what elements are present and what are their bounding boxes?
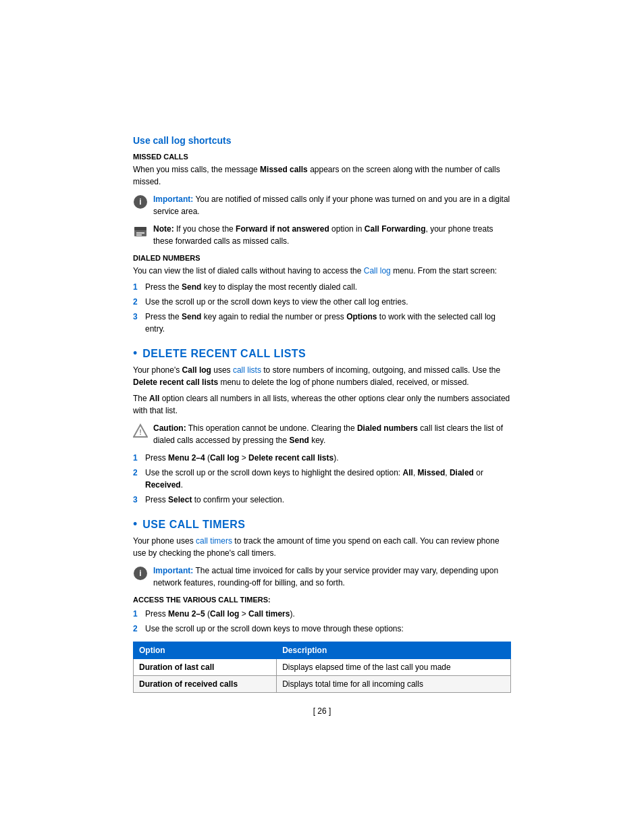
dialed-body2: menu. From the start screen:: [391, 266, 497, 276]
svg-text:i: i: [139, 197, 141, 207]
option-cell: Duration of last call: [134, 659, 277, 676]
important-icon: i: [133, 194, 148, 209]
table-row: Duration of received callsDisplays total…: [134, 676, 511, 693]
table-row: Duration of last callDisplays elapsed ti…: [134, 659, 511, 676]
delete-step1: 1 Press Menu 2–4 (Call log > Delete rece…: [133, 452, 511, 464]
important-note-missed: i Important: You are notified of missed …: [133, 193, 511, 217]
step-num-1: 1: [133, 281, 145, 293]
caution-note: ! Caution: This operation cannot be undo…: [133, 422, 511, 446]
delete-title: DELETE RECENT CALL LISTS: [142, 348, 306, 360]
timers-important-icon: i: [133, 566, 148, 581]
delete-bullet: •: [133, 347, 137, 359]
description-cell: Displays elapsed time of the last call y…: [277, 659, 511, 676]
section-delete: • DELETE RECENT CALL LISTS Your phone's …: [133, 347, 511, 506]
option-cell: Duration of received calls: [134, 676, 277, 693]
step1-text: Press the Send key to display the most r…: [145, 281, 511, 293]
note-bold1: Forward if not answered: [236, 224, 329, 234]
note-text1: If you chose the: [174, 224, 236, 234]
section-timers: • USE CALL TIMERS Your phone uses call t…: [133, 518, 511, 693]
note-forwarding: Note: If you chose the Forward if not an…: [133, 223, 511, 247]
note-text2: option in: [329, 224, 365, 234]
call-log-link: Call log: [364, 266, 391, 276]
svg-text:i: i: [139, 569, 141, 578]
timers-important: i Important: The actual time invoiced fo…: [133, 565, 511, 589]
col-description: Description: [277, 642, 511, 659]
missed-calls-body: When you miss calls, the message Missed …: [133, 163, 511, 188]
note-forwarding-text: Note: If you chose the Forward if not an…: [153, 223, 511, 247]
delete-step2: 2 Use the scroll up or the scroll down k…: [133, 467, 511, 491]
important-text: You are notified of missed calls only if…: [153, 194, 510, 216]
step3-text: Press the Send key again to redial the n…: [145, 311, 511, 335]
page-number: [ 26 ]: [133, 706, 511, 716]
note-label: Note:: [153, 224, 174, 234]
important-note-text: Important: You are notified of missed ca…: [153, 193, 511, 217]
section-call-log: Use call log shortcuts MISSED CALLS When…: [133, 135, 511, 335]
caution-icon: !: [133, 423, 148, 438]
timers-body: Your phone uses call timers to track the…: [133, 535, 511, 559]
missed-calls-bold1: Missed calls: [260, 165, 308, 174]
delete-steps: 1 Press Menu 2–4 (Call log > Delete rece…: [133, 452, 511, 506]
page: Use call log shortcuts MISSED CALLS When…: [0, 0, 644, 834]
timers-bullet: •: [133, 518, 137, 530]
dialed-body1: You can view the list of dialed calls wi…: [133, 266, 364, 276]
step2-text: Use the scroll up or the scroll down key…: [145, 296, 511, 308]
dialed-numbers-body: You can view the list of dialed calls wi…: [133, 265, 511, 277]
delete-step3: 3 Press Select to confirm your selection…: [133, 494, 511, 506]
timers-title: USE CALL TIMERS: [142, 519, 245, 531]
svg-rect-3: [134, 227, 146, 230]
timers-steps: 1 Press Menu 2–5 (Call log > Call timers…: [133, 608, 511, 635]
timers-table: Option Description Duration of last call…: [133, 642, 511, 693]
dialed-numbers-heading: DIALED NUMBERS: [133, 254, 511, 262]
col-option: Option: [134, 642, 277, 659]
svg-text:!: !: [139, 428, 142, 436]
timers-step2: 2 Use the scroll up or the scroll down k…: [133, 623, 511, 635]
missed-calls-text1: When you miss calls, the message: [133, 165, 260, 174]
missed-calls-heading: MISSED CALLS: [133, 153, 511, 161]
timers-step1: 1 Press Menu 2–5 (Call log > Call timers…: [133, 608, 511, 620]
step-num-3: 3: [133, 311, 145, 323]
delete-body2: The All option clears all numbers in all…: [133, 392, 511, 417]
important-label: Important:: [153, 194, 193, 204]
content-area: Use call log shortcuts MISSED CALLS When…: [133, 135, 511, 716]
timers-header: • USE CALL TIMERS: [133, 518, 511, 531]
dialed-step3: 3 Press the Send key again to redial the…: [133, 311, 511, 335]
step-num-2: 2: [133, 296, 145, 308]
delete-body1: Your phone's Call log uses call lists to…: [133, 364, 511, 388]
dialed-steps: 1 Press the Send key to display the most…: [133, 281, 511, 335]
call-log-title: Use call log shortcuts: [133, 135, 511, 146]
note-icon: [133, 224, 148, 239]
caution-text: Caution: This operation cannot be undone…: [153, 422, 511, 446]
timers-options-table: Option Description Duration of last call…: [133, 642, 511, 693]
description-cell: Displays total time for all incoming cal…: [277, 676, 511, 693]
note-bold2: Call Forwarding: [365, 224, 426, 234]
access-timers-heading: ACCESS THE VARIOUS CALL TIMERS:: [133, 596, 511, 604]
dialed-step1: 1 Press the Send key to display the most…: [133, 281, 511, 293]
dialed-step2: 2 Use the scroll up or the scroll down k…: [133, 296, 511, 308]
delete-header: • DELETE RECENT CALL LISTS: [133, 347, 511, 360]
timers-important-text: Important: The actual time invoiced for …: [153, 565, 511, 589]
